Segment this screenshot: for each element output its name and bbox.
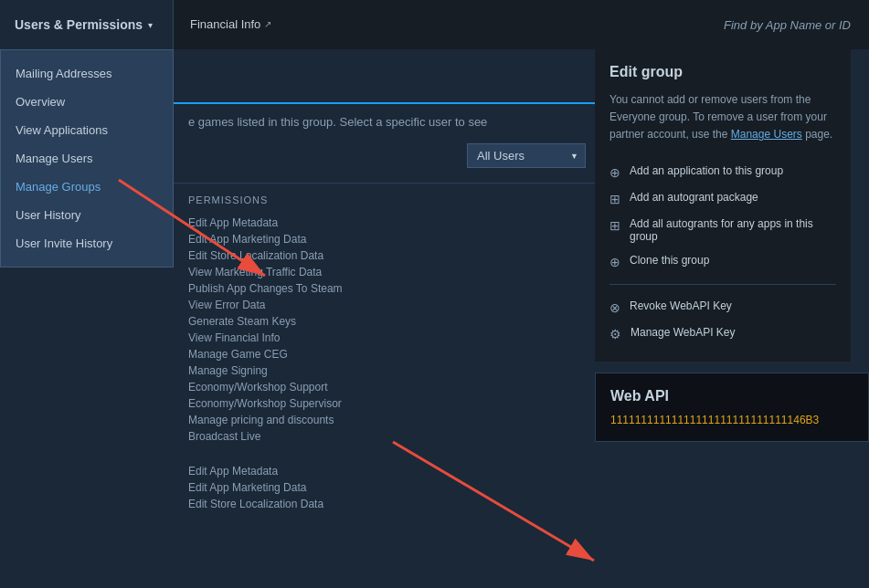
clone-group-action[interactable]: ⊕ Clone this group	[609, 248, 836, 275]
all-users-select-wrapper[interactable]: All Users	[467, 143, 586, 168]
nav-search-hint: Find by App Name or ID	[724, 18, 851, 32]
permission-item: Economy/Workshop Support	[188, 379, 580, 395]
add-autogrant-action[interactable]: ⊞ Add an autogrant package	[609, 185, 836, 212]
all-users-row: All Users	[174, 143, 595, 168]
manage-users-link[interactable]: Manage Users	[731, 128, 802, 141]
clone-label: Clone this group	[630, 254, 709, 267]
external-link-icon: ↗	[264, 19, 271, 29]
manage-webapi-action[interactable]: ⚙ Manage WebAPI Key	[609, 320, 836, 347]
permission-item: Edit Store Localization Data	[188, 247, 580, 264]
permission-item: View Marketing Traffic Data	[188, 264, 580, 280]
permission-item: Manage Game CEG	[188, 346, 580, 362]
add-all-autogrants-label: Add all autogrants for any apps in this …	[630, 217, 836, 243]
add-app-label: Add an application to this group	[630, 164, 783, 177]
clone-icon: ⊕	[609, 255, 620, 269]
add-autogrant-icon: ⊞	[609, 192, 620, 206]
add-app-icon: ⊕	[609, 165, 620, 180]
add-all-autogrants-icon: ⊞	[609, 218, 620, 233]
permissions-list-1: Edit App MetadataEdit App Marketing Data…	[188, 215, 580, 445]
content-panel: e games listed in this group. Select a s…	[174, 49, 595, 588]
manage-webapi-label: Manage WebAPI Key	[631, 326, 736, 339]
group-info-text: e games listed in this group. Select a s…	[188, 115, 487, 129]
dropdown-item-user-history[interactable]: User History	[1, 201, 173, 229]
add-autogrant-label: Add an autogrant package	[630, 191, 758, 204]
permission-item: Edit Store Localization Data	[188, 496, 580, 512]
top-navigation: Users & Permissions ▾ Financial Info ↗ F…	[0, 0, 869, 49]
tab-financial-info[interactable]: Financial Info ↗	[174, 0, 288, 49]
web-api-key: 11111111111111111111111111111146B3	[610, 414, 853, 426]
permission-item: Broadcast Live	[188, 428, 580, 445]
permissions-section-1: PERMISSIONS Edit App MetadataEdit App Ma…	[174, 183, 595, 456]
revoke-icon: ⊗	[609, 300, 620, 315]
permission-item: Economy/Workshop Supervisor	[188, 395, 580, 412]
permission-item: View Financial Info	[188, 330, 580, 346]
edit-group-desc: You cannot add or remove users from the …	[609, 91, 836, 144]
add-all-autogrants-action[interactable]: ⊞ Add all autogrants for any apps in thi…	[609, 212, 836, 248]
permission-item: Edit App Marketing Data	[188, 479, 580, 496]
add-app-action[interactable]: ⊕ Add an application to this group	[609, 159, 836, 185]
dropdown-item-manage-groups[interactable]: Manage Groups	[1, 173, 173, 201]
nav-brand-text: Users & Permissions	[15, 17, 143, 32]
divider-1	[609, 284, 836, 285]
revoke-label: Revoke WebAPI Key	[630, 299, 732, 312]
permission-item: Publish App Changes To Steam	[188, 280, 580, 297]
permission-item: Manage Signing	[188, 362, 580, 379]
permission-item: Edit App Metadata	[188, 463, 580, 479]
manage-webapi-icon: ⚙	[609, 327, 621, 341]
permissions-list-2: Edit App MetadataEdit App Marketing Data…	[188, 463, 580, 512]
nav-brand-arrow: ▾	[148, 20, 153, 30]
permission-item: View Error Data	[188, 297, 580, 313]
group-info-row: e games listed in this group. Select a s…	[174, 104, 595, 143]
dropdown-item-overview[interactable]: Overview	[1, 88, 173, 116]
edit-group-title: Edit group	[609, 64, 836, 80]
dropdown-item-manage-users[interactable]: Manage Users	[1, 144, 173, 173]
tab-financial-info-label: Financial Info	[190, 17, 260, 31]
edit-group-panel: Edit group You cannot add or remove user…	[595, 49, 851, 362]
permission-item: Generate Steam Keys	[188, 313, 580, 330]
dropdown-item-user-invite-history[interactable]: User Invite History	[1, 229, 173, 257]
all-users-select[interactable]: All Users	[467, 143, 586, 168]
revoke-webapi-action[interactable]: ⊗ Revoke WebAPI Key	[609, 294, 836, 320]
permission-item: Edit App Marketing Data	[188, 231, 580, 247]
nav-brand[interactable]: Users & Permissions ▾	[0, 0, 174, 49]
right-column: Edit group You cannot add or remove user…	[595, 49, 869, 588]
permission-item: Edit App Metadata	[188, 215, 580, 231]
edit-group-desc-end: page.	[805, 128, 832, 141]
permissions-label: PERMISSIONS	[188, 194, 580, 205]
web-api-title: Web API	[610, 388, 853, 404]
dropdown-item-view-apps[interactable]: View Applications	[1, 116, 173, 144]
dropdown-menu: Mailing AddressesOverviewView Applicatio…	[0, 49, 174, 268]
permissions-section-2: Edit App MetadataEdit App Marketing Data…	[174, 456, 595, 520]
permission-item: Manage pricing and discounts	[188, 412, 580, 428]
content-header	[174, 49, 595, 104]
web-api-section: Web API 11111111111111111111111111111146…	[595, 373, 869, 442]
dropdown-item-mailing[interactable]: Mailing Addresses	[1, 59, 173, 88]
